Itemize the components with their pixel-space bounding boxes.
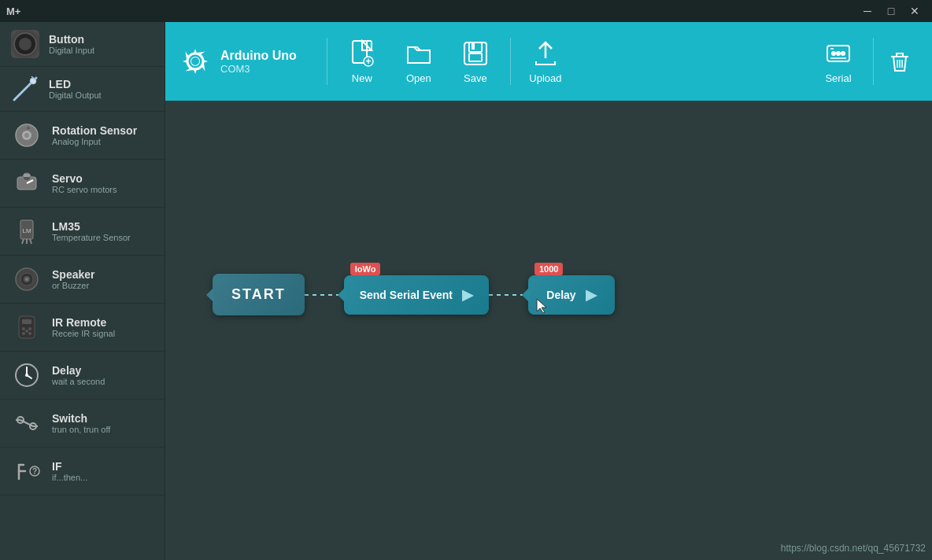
toolbar-divider-3	[873, 38, 874, 85]
sidebar-if-title: IF	[52, 460, 87, 473]
sidebar-item-lm35[interactable]: LM LM35 Temperature Sensor	[0, 208, 165, 256]
svg-point-18	[30, 78, 36, 84]
delay-node[interactable]: 1000 Delay ▶	[528, 275, 615, 315]
ir-remote-icon	[11, 311, 43, 343]
svg-point-42	[25, 330, 28, 333]
sidebar-rotation-text: Rotation Sensor Analog Input	[52, 124, 137, 146]
sidebar-speaker-subtitle: or Buzzer	[52, 281, 94, 290]
save-label: Save	[464, 72, 487, 84]
device-text: Arduino Uno COM3	[220, 49, 297, 75]
sidebar-lm35-text: LM35 Temperature Sensor	[52, 220, 131, 242]
minimize-button[interactable]: ─	[856, 0, 878, 22]
sidebar-switch-title: Switch	[52, 412, 110, 425]
svg-point-46	[25, 374, 28, 377]
sidebar-servo-subtitle: RC servo motors	[52, 185, 117, 194]
sidebar-item-button[interactable]: Button Digital Input	[0, 22, 165, 67]
serial-icon	[824, 39, 852, 68]
svg-point-41	[28, 332, 31, 335]
sidebar-servo-title: Servo	[52, 172, 117, 185]
sidebar-led-text: LED Digital Output	[49, 78, 102, 100]
toolbar-divider-2	[510, 38, 511, 85]
toolbar-divider-1	[327, 38, 327, 85]
sidebar-item-speaker[interactable]: Speaker or Buzzer	[0, 256, 165, 304]
close-button[interactable]: ✕	[904, 0, 926, 22]
svg-rect-10	[472, 43, 475, 50]
sidebar-item-ir-remote[interactable]: IR Remote Receie IR signal	[0, 304, 165, 352]
device-port: COM3	[220, 63, 297, 75]
if-icon: ?	[11, 455, 43, 487]
serial-label: Serial	[825, 72, 851, 84]
send-serial-tag: IoWo	[350, 263, 381, 275]
sidebar-button-text: Button Digital Input	[49, 33, 94, 55]
window-controls: ─ □ ✕	[856, 0, 926, 22]
switch-icon	[11, 407, 43, 439]
delay-icon	[11, 359, 43, 391]
new-button[interactable]: + New	[334, 30, 390, 93]
speaker-icon	[11, 263, 43, 295]
sidebar-switch-text: Switch trun on, trun off	[52, 412, 110, 434]
lm35-icon: LM	[11, 216, 43, 247]
trash-button[interactable]	[880, 30, 919, 93]
open-label: Open	[406, 72, 431, 84]
title-bar: M+ ─ □ ✕	[0, 0, 932, 22]
sidebar-servo-text: Servo RC servo motors	[52, 172, 117, 194]
svg-point-39	[28, 327, 31, 330]
sidebar-item-delay[interactable]: Delay wait a second	[0, 352, 165, 400]
send-serial-node[interactable]: IoWo Send Serial Event ▶	[344, 275, 489, 315]
sidebar-delay-subtitle: wait a second	[52, 377, 105, 386]
start-node[interactable]: START	[213, 274, 305, 315]
sidebar-ir-remote-subtitle: Receie IR signal	[52, 329, 115, 338]
sidebar-button-subtitle: Digital Input	[49, 46, 94, 55]
svg-point-16	[19, 38, 31, 50]
svg-point-35	[25, 278, 28, 281]
svg-text:LM: LM	[22, 227, 31, 234]
delay-tag: 1000	[534, 263, 563, 275]
led-icon	[11, 75, 39, 103]
serial-button[interactable]: Serial	[810, 30, 867, 93]
sidebar-ir-remote-title: IR Remote	[52, 316, 115, 329]
open-button[interactable]: Open	[390, 30, 447, 93]
svg-point-38	[22, 327, 25, 330]
sidebar-if-text: IF if...then...	[52, 460, 87, 482]
new-icon: +	[348, 39, 376, 68]
sidebar-lm35-subtitle: Temperature Sensor	[52, 233, 131, 242]
svg-text:?: ?	[32, 467, 37, 476]
button-icon	[11, 30, 39, 58]
send-serial-label: Send Serial Event	[360, 289, 453, 301]
sidebar-delay-text: Delay wait a second	[52, 364, 105, 386]
open-icon	[405, 39, 433, 68]
svg-point-40	[22, 332, 25, 335]
sidebar-item-rotation-sensor[interactable]: Rotation Sensor Analog Input	[0, 112, 165, 160]
upload-button[interactable]: Upload	[517, 30, 574, 93]
sidebar-item-switch[interactable]: Switch trun on, trun off	[0, 400, 165, 448]
sidebar-speaker-text: Speaker or Buzzer	[52, 268, 94, 290]
send-serial-arrow: ▶	[462, 286, 473, 304]
sidebar-switch-subtitle: trun on, trun off	[52, 425, 110, 434]
sidebar-item-led[interactable]: LED Digital Output	[0, 67, 165, 112]
rotation-sensor-icon	[11, 120, 43, 151]
svg-rect-8	[469, 42, 482, 52]
watermark: https://blog.csdn.net/qq_45671732	[781, 543, 926, 554]
maximize-button[interactable]: □	[880, 0, 902, 22]
sidebar-rotation-subtitle: Analog Input	[52, 137, 137, 146]
svg-point-13	[841, 51, 845, 56]
sidebar-item-servo[interactable]: Servo RC servo motors	[0, 160, 165, 208]
upload-icon	[531, 39, 560, 68]
sidebar-delay-title: Delay	[52, 364, 105, 377]
upload-label: Upload	[529, 72, 561, 84]
sidebar-lm35-title: LM35	[52, 220, 131, 233]
trash-icon	[887, 49, 912, 74]
sidebar-button-title: Button	[49, 33, 94, 46]
svg-point-12	[831, 51, 836, 56]
device-name: Arduino Uno	[220, 49, 297, 63]
toolbar-right: Serial	[810, 30, 919, 93]
svg-point-14	[836, 51, 841, 56]
canvas-area: START IoWo Send Serial Event ▶ 1000 Dela…	[165, 101, 932, 560]
settings-icon[interactable]	[178, 44, 213, 79]
save-button[interactable]: Save	[447, 30, 504, 93]
delay-arrow: ▶	[586, 286, 597, 304]
sidebar-if-subtitle: if...then...	[52, 473, 87, 482]
sidebar-item-if[interactable]: ? IF if...then...	[0, 448, 165, 496]
sidebar: Button Digital Input LED Digital Output	[0, 22, 165, 560]
sidebar-led-subtitle: Digital Output	[49, 90, 102, 100]
